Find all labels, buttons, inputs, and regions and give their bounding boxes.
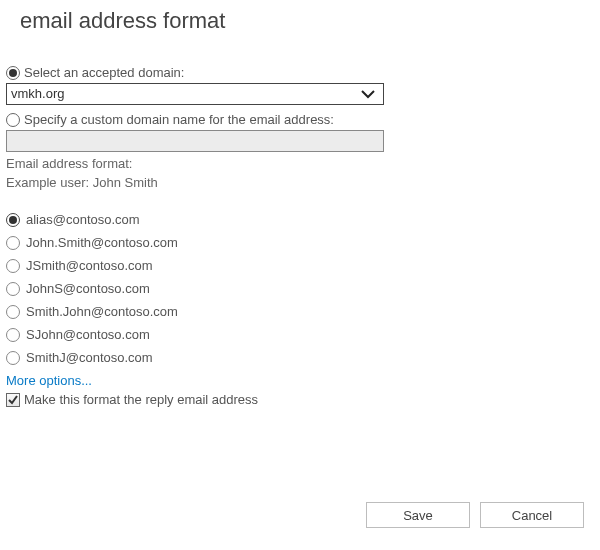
save-button[interactable]: Save (366, 502, 470, 528)
format-option[interactable]: JSmith@contoso.com (6, 254, 594, 277)
page-title: email address format (20, 8, 594, 34)
cancel-button[interactable]: Cancel (480, 502, 584, 528)
format-heading: Email address format: (6, 156, 594, 171)
format-option[interactable]: JohnS@contoso.com (6, 277, 594, 300)
format-radio[interactable] (6, 282, 20, 296)
more-options-link[interactable]: More options... (6, 373, 594, 388)
domain-dropdown-value: vmkh.org (11, 84, 64, 104)
format-option[interactable]: alias@contoso.com (6, 208, 594, 231)
format-label: John.Smith@contoso.com (26, 235, 178, 250)
custom-domain-label: Specify a custom domain name for the ema… (24, 112, 334, 127)
format-label: alias@contoso.com (26, 212, 140, 227)
example-user-text: Example user: John Smith (6, 175, 594, 190)
reply-checkbox[interactable] (6, 393, 20, 407)
format-label: JSmith@contoso.com (26, 258, 153, 273)
reply-checkbox-label: Make this format the reply email address (24, 392, 258, 407)
custom-domain-radio[interactable] (6, 113, 20, 127)
format-radio[interactable] (6, 213, 20, 227)
button-bar: Save Cancel (366, 502, 584, 528)
format-option[interactable]: SmithJ@contoso.com (6, 346, 594, 369)
domain-dropdown[interactable]: vmkh.org (6, 83, 384, 105)
domain-select-radio-row[interactable]: Select an accepted domain: (6, 64, 594, 81)
domain-select-radio[interactable] (6, 66, 20, 80)
format-label: Smith.John@contoso.com (26, 304, 178, 319)
custom-domain-radio-row[interactable]: Specify a custom domain name for the ema… (6, 111, 594, 128)
format-radio[interactable] (6, 259, 20, 273)
format-option[interactable]: Smith.John@contoso.com (6, 300, 594, 323)
format-list: alias@contoso.comJohn.Smith@contoso.comJ… (6, 208, 594, 369)
chevron-down-icon (361, 89, 379, 99)
custom-domain-input[interactable] (6, 130, 384, 152)
reply-checkbox-row[interactable]: Make this format the reply email address (6, 392, 594, 407)
format-label: SJohn@contoso.com (26, 327, 150, 342)
format-radio[interactable] (6, 236, 20, 250)
format-label: JohnS@contoso.com (26, 281, 150, 296)
format-label: SmithJ@contoso.com (26, 350, 153, 365)
domain-select-label: Select an accepted domain: (24, 65, 184, 80)
format-radio[interactable] (6, 351, 20, 365)
format-radio[interactable] (6, 328, 20, 342)
format-option[interactable]: John.Smith@contoso.com (6, 231, 594, 254)
format-radio[interactable] (6, 305, 20, 319)
format-option[interactable]: SJohn@contoso.com (6, 323, 594, 346)
